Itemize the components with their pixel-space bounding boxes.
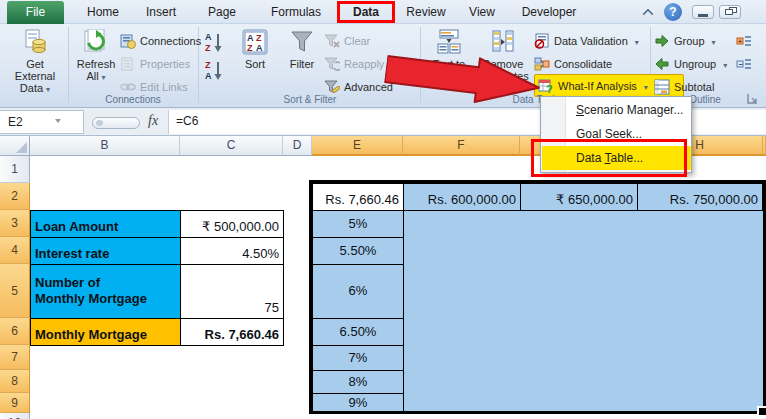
what-if-analysis-label: What-If Analysis [558, 80, 637, 92]
sort-dialog-icon: AZZA [242, 29, 268, 55]
text-to-columns-button[interactable]: Text to Columns [424, 27, 474, 97]
clear-filter-button: Clear [324, 30, 370, 51]
svg-text:Z: Z [205, 43, 211, 53]
sort-ascending-button[interactable]: AZ [202, 30, 226, 54]
sort-label: Sort [245, 58, 265, 70]
remove-duplicates-icon [490, 29, 516, 55]
cell-B4-interest-rate-label[interactable]: Interest rate [30, 237, 181, 265]
connections-button[interactable]: Connections [120, 30, 201, 51]
remove-duplicates-button[interactable]: Remove Duplicates [476, 27, 530, 97]
insert-function-button[interactable]: fx [148, 113, 158, 129]
row-header-8[interactable]: 8 [0, 370, 30, 393]
row-header-4[interactable]: 4 [0, 237, 30, 264]
connections-icon [120, 33, 136, 49]
menu-item-data-table[interactable]: Data Table... [542, 146, 691, 170]
row-header-9[interactable]: 9 [0, 393, 30, 413]
cell-H2-loan-750000[interactable]: Rs. 750,000.00 [637, 183, 763, 211]
tab-page-layout[interactable]: Page Layout [190, 2, 254, 23]
dropdown-arrow-icon [632, 35, 639, 47]
svg-text:−: − [738, 60, 742, 67]
row-header-7[interactable]: 7 [0, 345, 30, 370]
sort-descending-button[interactable]: ZA [202, 58, 226, 82]
ribbon-tab-bar: File Home Insert Page Layout Formulas Da… [0, 0, 766, 24]
row-header-6[interactable]: 6 [0, 318, 30, 345]
row-header-2[interactable]: 2 [0, 183, 30, 210]
filter-icon [289, 29, 315, 55]
tab-home[interactable]: Home [78, 2, 128, 23]
data-validation-label: Data Validation [554, 35, 628, 47]
col-header-F[interactable]: F [403, 136, 520, 156]
tab-formulas[interactable]: Formulas [264, 2, 328, 23]
cell-E5-rate-6[interactable]: 6% [312, 264, 404, 319]
col-header-B[interactable]: B [30, 136, 180, 156]
menu-item-scenario-manager[interactable]: Scenario Manager... [542, 98, 691, 122]
cell-E9-rate-9[interactable]: 9% [312, 393, 404, 414]
menu-item-goal-seek[interactable]: Goal Seek... [542, 122, 691, 146]
edit-links-label: Edit Links [140, 81, 188, 93]
ungroup-button[interactable]: Ungroup [654, 53, 727, 74]
cell-F2-loan-600000[interactable]: Rs. 600,000.00 [403, 183, 521, 211]
cell-C6-monthly-mortgage-value[interactable]: Rs. 7,660.46 [180, 318, 284, 346]
collapse-ribbon-icon[interactable] [642, 8, 653, 19]
external-data-icon [22, 29, 48, 55]
group-separator [68, 27, 69, 103]
properties-button: Properties [120, 53, 190, 74]
minimize-button[interactable] [692, 5, 714, 19]
sort-filter-group-label: Sort & Filter [200, 93, 420, 106]
data-validation-button[interactable]: Data Validation [534, 30, 639, 51]
fill-handle[interactable] [757, 406, 766, 415]
hide-detail-icon: − [736, 56, 752, 72]
dropdown-arrow-icon [709, 35, 716, 47]
svg-text:A: A [256, 43, 263, 53]
cell-E2-formula-corner[interactable]: Rs. 7,660.46 [312, 183, 404, 211]
tab-data[interactable]: Data [340, 2, 392, 23]
row-header-3[interactable]: 3 [0, 210, 30, 237]
cell-E7-rate-7[interactable]: 7% [312, 345, 404, 371]
group-label: Group [674, 35, 705, 47]
sort-button[interactable]: AZZA Sort [232, 27, 278, 97]
col-header-D[interactable]: D [283, 136, 312, 156]
col-header-C[interactable]: C [180, 136, 283, 156]
help-icon[interactable]: ? [664, 3, 682, 21]
cell-B6-monthly-mortgage-label[interactable]: Monthly Mortgage [30, 318, 181, 346]
consolidate-button[interactable]: Consolidate [534, 53, 612, 74]
col-header-E[interactable]: E [312, 136, 403, 156]
cell-B5-number-of-payments-label[interactable]: Number of Monthly Mortgage [30, 264, 181, 319]
svg-text:?: ? [546, 83, 553, 94]
restore-button[interactable] [719, 5, 741, 19]
cell-B3-loan-amount-label[interactable]: Loan Amount [30, 210, 181, 238]
cell-C3-loan-amount-value[interactable]: ₹ 500,000.00 [180, 210, 284, 238]
hide-detail-button[interactable]: − [736, 53, 752, 74]
name-box-dropdown-icon[interactable] [55, 119, 61, 123]
show-detail-button[interactable]: + [736, 30, 752, 51]
cell-C4-interest-rate-value[interactable]: 4.50% [180, 237, 284, 265]
remove-duplicates-label: Remove Duplicates [476, 58, 530, 82]
row-header-5[interactable]: 5 [0, 264, 30, 318]
sort-za-icon: ZA [202, 58, 226, 82]
cell-E6-rate-6-50[interactable]: 6.50% [312, 318, 404, 346]
refresh-all-button[interactable]: Refresh All [72, 27, 120, 97]
tab-developer[interactable]: Developer [512, 2, 586, 23]
tab-insert[interactable]: Insert [136, 2, 186, 23]
tab-review[interactable]: Review [398, 2, 454, 23]
select-all-corner[interactable] [0, 136, 30, 156]
get-external-data-button[interactable]: Get External Data [5, 27, 65, 97]
group-button[interactable]: Group [654, 30, 716, 51]
cell-G2-loan-650000[interactable]: ₹ 650,000.00 [520, 183, 638, 211]
cell-E8-rate-8[interactable]: 8% [312, 370, 404, 394]
data-table-empty-region[interactable] [403, 210, 763, 413]
tab-file[interactable]: File [7, 1, 64, 24]
properties-label: Properties [140, 58, 190, 70]
tab-view[interactable]: View [458, 2, 506, 23]
reapply-filter-icon [324, 56, 340, 72]
cell-E3-rate-5[interactable]: 5% [312, 210, 404, 238]
filter-button[interactable]: Filter [280, 27, 324, 97]
cell-E4-rate-5-50[interactable]: 5.50% [312, 237, 404, 265]
sort-az-icon: AZ [202, 30, 226, 54]
text-to-columns-icon [436, 29, 462, 55]
cell-C5-number-of-payments-value[interactable]: 75 [180, 264, 284, 319]
ungroup-arrow-icon [654, 56, 670, 72]
row-header-10[interactable]: 10 [0, 413, 30, 419]
row-header-1[interactable]: 1 [0, 156, 30, 183]
name-box[interactable]: E2 [0, 110, 84, 134]
